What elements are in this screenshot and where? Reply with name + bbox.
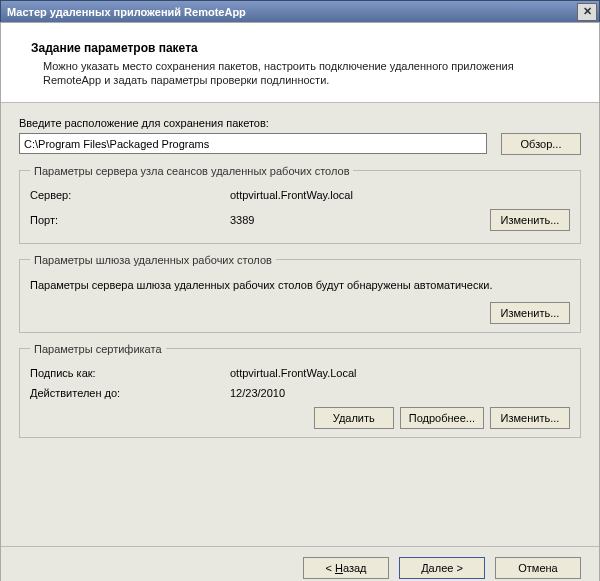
signed-label: Подпись как: [30,367,230,379]
next-button[interactable]: Далее > [399,557,485,579]
server-value: ottpvirtual.FrontWay.local [230,189,570,201]
valid-label: Действителен до: [30,387,230,399]
gateway-note: Параметры сервера шлюза удаленных рабочи… [30,274,570,298]
dialog: Задание параметров пакета Можно указать … [0,22,600,581]
header: Задание параметров пакета Можно указать … [1,23,599,103]
server-group-legend: Параметры сервера узла сеансов удаленных… [30,165,353,177]
cancel-button[interactable]: Отмена [495,557,581,579]
signed-value: ottpvirtual.FrontWay.Local [230,367,570,379]
server-change-button[interactable]: Изменить... [490,209,570,231]
title-bar: Мастер удаленных приложений RemoteApp ✕ [0,0,600,22]
valid-row: Действителен до: 12/23/2010 [30,383,570,403]
cert-delete-button[interactable]: Удалить [314,407,394,429]
valid-value: 12/23/2010 [230,387,570,399]
server-group: Параметры сервера узла сеансов удаленных… [19,165,581,244]
cert-group: Параметры сертификата Подпись как: ottpv… [19,343,581,438]
port-value: 3389 [230,214,490,226]
window-title: Мастер удаленных приложений RemoteApp [7,6,246,18]
page-title: Задание параметров пакета [31,41,569,55]
gateway-group: Параметры шлюза удаленных рабочих столов… [19,254,581,333]
cert-group-legend: Параметры сертификата [30,343,166,355]
footer: < Назад Далее > Отмена [1,546,599,581]
gateway-change-button[interactable]: Изменить... [490,302,570,324]
page-description: Можно указать место сохранения пакетов, … [43,59,569,88]
port-row: Порт: 3389 Изменить... [30,205,570,235]
cert-change-button[interactable]: Изменить... [490,407,570,429]
back-button[interactable]: < Назад [303,557,389,579]
location-input[interactable] [19,133,487,154]
signed-row: Подпись как: ottpvirtual.FrontWay.Local [30,363,570,383]
server-label: Сервер: [30,189,230,201]
cert-details-button[interactable]: Подробнее... [400,407,484,429]
location-row: Обзор... [19,133,581,155]
location-label: Введите расположение для сохранения паке… [19,117,581,129]
browse-button[interactable]: Обзор... [501,133,581,155]
gateway-group-legend: Параметры шлюза удаленных рабочих столов [30,254,276,266]
close-button[interactable]: ✕ [577,3,597,21]
close-icon: ✕ [583,5,592,18]
body: Введите расположение для сохранения паке… [1,103,599,581]
port-label: Порт: [30,214,230,226]
server-row: Сервер: ottpvirtual.FrontWay.local [30,185,570,205]
